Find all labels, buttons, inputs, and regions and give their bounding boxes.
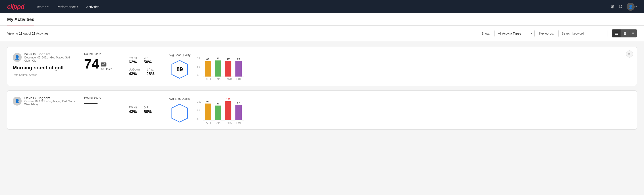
search-input[interactable] bbox=[558, 30, 608, 37]
activities-list: ✏ 👤 Dave Billingham December 05, 2021 - … bbox=[0, 41, 644, 135]
view-toggles: ☰ ⊞ ≡ bbox=[612, 29, 637, 38]
gir-stat: GIR 50% bbox=[144, 56, 152, 64]
x-axis-labels: OTT APP ARG PUTT bbox=[197, 121, 631, 124]
svg-marker-1 bbox=[172, 104, 188, 122]
avatar: 👤 bbox=[13, 53, 22, 62]
filter-bar: Viewing 12 out of 29 Activities Show: Al… bbox=[0, 26, 644, 41]
edit-button[interactable]: ✏ bbox=[626, 50, 633, 58]
score-placeholder bbox=[84, 103, 98, 104]
performance-chevron-icon: ▾ bbox=[77, 5, 78, 8]
app-bar bbox=[215, 60, 221, 76]
arg-bar-col: 89 bbox=[225, 57, 232, 76]
y-axis-labels: 100 50 0 bbox=[197, 100, 201, 120]
putt-bar-col: 87 bbox=[236, 101, 242, 120]
data-source: Data Source: Arccos bbox=[13, 74, 75, 76]
user-date: December 05, 2021 - Gog Magog Golf Club … bbox=[24, 56, 75, 62]
nav-performance[interactable]: Performance ▾ bbox=[54, 3, 82, 10]
grid-view-button[interactable]: ⊞ bbox=[621, 30, 629, 37]
gir-stat: GIR 56% bbox=[144, 106, 152, 114]
user-name: Dave Billingham bbox=[24, 52, 75, 56]
updown-stat: Up/Down 43% bbox=[129, 68, 140, 76]
y-axis-labels: 100 50 0 bbox=[197, 57, 201, 77]
navbar-right: ⊕ ↺ 👤 ▾ bbox=[610, 3, 637, 11]
avg-shot-section: Avg Shot Quality 89 100 50 0 bbox=[169, 52, 631, 80]
avg-shot-label: Avg Shot Quality bbox=[169, 53, 190, 57]
card-user-info: 👤 Dave Billingham December 05, 2021 - Go… bbox=[13, 52, 75, 80]
keywords-label: Keywords: bbox=[539, 32, 554, 35]
user-menu[interactable]: 👤 ▾ bbox=[626, 3, 637, 11]
holes-text: 18 Holes bbox=[101, 68, 112, 71]
score-badge: +4 bbox=[101, 62, 107, 66]
user-name: Dave Billingham bbox=[24, 96, 75, 100]
nav-teams[interactable]: Teams ▾ bbox=[33, 3, 52, 10]
app-bar-col: 83 bbox=[215, 102, 221, 120]
round-score-label: Round Score bbox=[84, 96, 120, 99]
round-score-label: Round Score bbox=[84, 52, 120, 56]
shot-quality-hexagon bbox=[170, 103, 190, 123]
avg-shot-label: Avg Shot Quality bbox=[169, 97, 190, 100]
fw-hit-stat: FW Hit 62% bbox=[129, 56, 137, 64]
page-header: My Activities bbox=[0, 14, 644, 26]
card-user-info: 👤 Dave Billingham October 16, 2021 - Gog… bbox=[13, 96, 75, 124]
round-score-section: Round Score bbox=[84, 96, 120, 124]
avatar: 👤 bbox=[13, 96, 22, 106]
user-row: 👤 Dave Billingham December 05, 2021 - Go… bbox=[13, 52, 75, 62]
app-bar bbox=[215, 106, 221, 120]
user-date: October 16, 2021 - Gog Magog Golf Club -… bbox=[24, 100, 75, 106]
ott-bar bbox=[205, 61, 211, 76]
bar-chart: 100 50 0 85 90 bbox=[197, 52, 631, 80]
putt-bar-col: 89 bbox=[236, 57, 242, 76]
putt-bar bbox=[236, 61, 242, 76]
ott-bar-col: 85 bbox=[205, 58, 211, 76]
activity-type-dropdown-wrapper: All Activity Types ▾ bbox=[494, 30, 535, 37]
app-bar-col: 90 bbox=[215, 57, 221, 76]
page-title: My Activities bbox=[7, 17, 34, 26]
arg-bar bbox=[225, 101, 232, 120]
activity-card: ✏ 👤 Dave Billingham December 05, 2021 - … bbox=[7, 47, 637, 86]
user-row: 👤 Dave Billingham October 16, 2021 - Gog… bbox=[13, 96, 75, 106]
arg-bar-col: 106 bbox=[225, 98, 232, 120]
compact-view-button[interactable]: ≡ bbox=[629, 30, 637, 37]
one-putt-stat: 1 Putt 28% bbox=[146, 68, 154, 76]
list-view-button[interactable]: ☰ bbox=[612, 30, 621, 37]
avatar: 👤 bbox=[626, 3, 635, 11]
user-chevron-icon: ▾ bbox=[636, 5, 637, 8]
activity-type-dropdown[interactable]: All Activity Types bbox=[494, 30, 535, 37]
arg-bar bbox=[225, 61, 232, 76]
ott-bar-col: 94 bbox=[205, 100, 211, 120]
show-label: Show: bbox=[481, 32, 490, 35]
avg-shot-section: Avg Shot Quality 100 50 0 bbox=[169, 96, 631, 124]
nav-activities[interactable]: Activities bbox=[83, 3, 103, 10]
x-axis-labels: OTT APP ARG PUTT bbox=[197, 78, 631, 80]
round-score-section: Round Score 74 +4 18 Holes bbox=[84, 52, 120, 80]
stats-section: FW Hit 62% GIR 50% Up/Down 43% 1 Putt 28… bbox=[129, 52, 160, 80]
bar-chart: 100 50 0 94 83 bbox=[197, 96, 631, 124]
stats-section: FW Hit 43% GIR 56% bbox=[129, 96, 160, 124]
fw-hit-stat: FW Hit 43% bbox=[129, 106, 137, 114]
nav-links: Teams ▾ Performance ▾ Activities bbox=[33, 3, 610, 10]
activity-card: 👤 Dave Billingham October 16, 2021 - Gog… bbox=[7, 90, 637, 130]
activity-title: Morning round of golf bbox=[13, 65, 75, 71]
ott-bar bbox=[205, 104, 211, 120]
add-icon[interactable]: ⊕ bbox=[610, 4, 614, 10]
putt-bar bbox=[236, 105, 242, 120]
navbar: clippd Teams ▾ Performance ▾ Activities … bbox=[0, 0, 644, 14]
teams-chevron-icon: ▾ bbox=[47, 5, 49, 8]
viewing-count-text: Viewing 12 out of 29 Activities bbox=[7, 32, 477, 35]
shot-quality-hexagon: 89 bbox=[170, 59, 190, 80]
score-number: 74 bbox=[84, 57, 99, 71]
refresh-icon[interactable]: ↺ bbox=[618, 4, 622, 10]
app-logo[interactable]: clippd bbox=[7, 3, 24, 10]
